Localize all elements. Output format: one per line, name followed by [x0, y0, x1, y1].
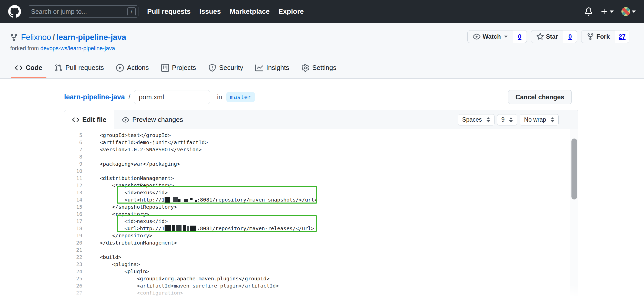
code-line[interactable]: 21 — [65, 246, 570, 253]
code-line[interactable]: 7 <version>1.0.2-SNAPSHOT</version> — [65, 146, 570, 153]
nav-issues[interactable]: Issues — [199, 8, 221, 16]
file-editor: Edit file Preview changes Spaces 9 No wr… — [64, 110, 578, 296]
nav-explore[interactable]: Explore — [278, 8, 304, 16]
line-number: 13 — [65, 189, 82, 196]
fork-label: Fork — [596, 33, 610, 40]
tab-settings[interactable]: Settings — [297, 59, 340, 78]
cancel-changes-button[interactable]: Cancel changes — [508, 90, 572, 104]
repo-header: Felixnoo/learn-pipeline-java forked from… — [0, 23, 644, 79]
code-line[interactable]: 24 <plugin> — [65, 268, 570, 275]
code-line[interactable]: 8 — [65, 153, 570, 160]
notifications-bell-icon[interactable] — [585, 7, 593, 16]
line-number: 14 — [65, 196, 82, 203]
code-line[interactable]: 6 <artifactId>demo-junit</artifactId> — [65, 139, 570, 146]
gear-icon — [301, 64, 309, 72]
code-line[interactable]: 10 — [65, 167, 570, 175]
star-count[interactable]: 0 — [563, 30, 577, 43]
line-number: 25 — [65, 275, 82, 282]
code-line[interactable]: 19 </repository> — [65, 232, 570, 239]
select-caret-icon — [509, 117, 513, 122]
line-number: 23 — [65, 261, 82, 268]
filename-input[interactable] — [134, 90, 210, 104]
line-number: 6 — [65, 139, 82, 146]
code-line[interactable]: 27 <configuration> — [65, 289, 570, 296]
search-input[interactable] — [31, 8, 116, 15]
tab-edit-file[interactable]: Edit file — [64, 110, 114, 129]
line-number: 15 — [65, 203, 82, 210]
line-number: 8 — [65, 153, 82, 160]
indent-size-value: 9 — [501, 116, 505, 123]
fork-count[interactable]: 27 — [615, 30, 629, 43]
indent-mode-select[interactable]: Spaces — [458, 114, 495, 125]
wrap-mode-select[interactable]: No wrap — [520, 114, 559, 125]
forked-from: forked from devops-ws/learn-pipeline-jav… — [10, 45, 115, 52]
code-line[interactable]: 9 <packaging>war</packaging> — [65, 160, 570, 167]
repo-owner-link[interactable]: Felixnoo — [21, 33, 51, 42]
watch-count[interactable]: 0 — [513, 30, 527, 43]
create-new-dropdown[interactable] — [600, 8, 614, 15]
tab-actions[interactable]: Actions — [112, 59, 153, 78]
eye-icon — [122, 116, 129, 123]
select-caret-icon — [551, 117, 554, 122]
tab-preview-changes[interactable]: Preview changes — [114, 110, 191, 129]
user-menu[interactable] — [621, 7, 636, 16]
code-text: <id>nexus</id> — [87, 189, 168, 196]
fork-button-group: Fork 27 — [581, 30, 629, 43]
code-text: <build> — [87, 253, 121, 261]
global-search[interactable]: / — [28, 5, 138, 18]
indent-mode-value: Spaces — [462, 116, 482, 123]
code-text: <version>1.0.2-SNAPSHOT</version> — [87, 146, 202, 153]
repo-social-buttons: Watch 0 Star 0 Fork 27 — [467, 30, 629, 43]
code-line[interactable]: 16 <repository> — [65, 210, 570, 218]
code-line[interactable]: 14 <url>http://1:8081/repository/maven-s… — [65, 196, 570, 203]
nav-marketplace[interactable]: Marketplace — [230, 8, 270, 16]
tab-actions-label: Actions — [127, 64, 149, 72]
code-line[interactable]: 13 <id>nexus</id> — [65, 189, 570, 196]
forked-from-link[interactable]: devops-ws/learn-pipeline-java — [40, 45, 115, 51]
project-board-icon — [161, 64, 169, 72]
breadcrumb-repo-link[interactable]: learn-pipeline-java — [64, 93, 125, 101]
star-label: Star — [546, 33, 558, 40]
code-line[interactable]: 12 <snapshotRepository> — [65, 182, 570, 189]
code-line[interactable]: 23 <plugins> — [65, 261, 570, 268]
code-line[interactable]: 5 <groupId>test</groupId> — [65, 132, 570, 139]
watch-button[interactable]: Watch — [467, 30, 513, 43]
editor-scrollbar-thumb[interactable] — [571, 139, 577, 199]
code-text: <url>http://1:8081/repository/maven-rele… — [87, 225, 314, 232]
code-line[interactable]: 25 <groupId>org.apache.maven.plugins</gr… — [65, 275, 570, 282]
code-line[interactable]: 18 <url>http://1:8081/repository/maven-r… — [65, 225, 570, 232]
code-line[interactable]: 11 <distributionManagement> — [65, 175, 570, 182]
indent-size-select[interactable]: 9 — [497, 114, 517, 125]
code-lines[interactable]: 5 <groupId>test</groupId>6 <artifactId>d… — [65, 130, 570, 296]
tab-code[interactable]: Code — [11, 59, 46, 78]
line-number: 12 — [65, 182, 82, 189]
tab-security[interactable]: Security — [204, 59, 247, 78]
tab-insights[interactable]: Insights — [251, 59, 293, 78]
tab-edit-file-label: Edit file — [82, 116, 106, 124]
nav-pull-requests[interactable]: Pull requests — [147, 8, 191, 16]
wrap-mode-value: No wrap — [524, 116, 546, 123]
tab-projects[interactable]: Projects — [157, 59, 200, 78]
shield-icon — [208, 64, 216, 72]
code-line[interactable]: 17 <id>nexus</id> — [65, 218, 570, 225]
github-logo-icon[interactable] — [8, 5, 21, 18]
code-line[interactable]: 20 </distributionManagement> — [65, 239, 570, 246]
code-line[interactable]: 22 <build> — [65, 253, 570, 261]
tab-preview-changes-label: Preview changes — [132, 116, 183, 124]
fork-button[interactable]: Fork — [581, 30, 615, 43]
in-label: in — [217, 93, 222, 101]
line-number: 24 — [65, 268, 82, 275]
line-number: 21 — [65, 246, 82, 253]
repo-title-separator: / — [51, 33, 56, 42]
code-text: <plugins> — [87, 261, 140, 268]
code-text: <groupId>org.apache.maven.plugins</group… — [87, 275, 269, 282]
editor-scrollbar-track[interactable] — [570, 129, 578, 296]
global-header: / Pull requests Issues Marketplace Explo… — [0, 0, 644, 23]
code-text: <plugin> — [87, 268, 149, 275]
tab-pull-requests[interactable]: Pull requests — [51, 59, 108, 78]
star-button[interactable]: Star — [531, 30, 564, 43]
line-number: 5 — [65, 132, 82, 139]
code-line[interactable]: 26 <artifactId>maven-surefire-plugin</ar… — [65, 282, 570, 289]
repo-name-link[interactable]: learn-pipeline-java — [56, 33, 126, 42]
code-line[interactable]: 15 </snapshotRepository> — [65, 203, 570, 210]
